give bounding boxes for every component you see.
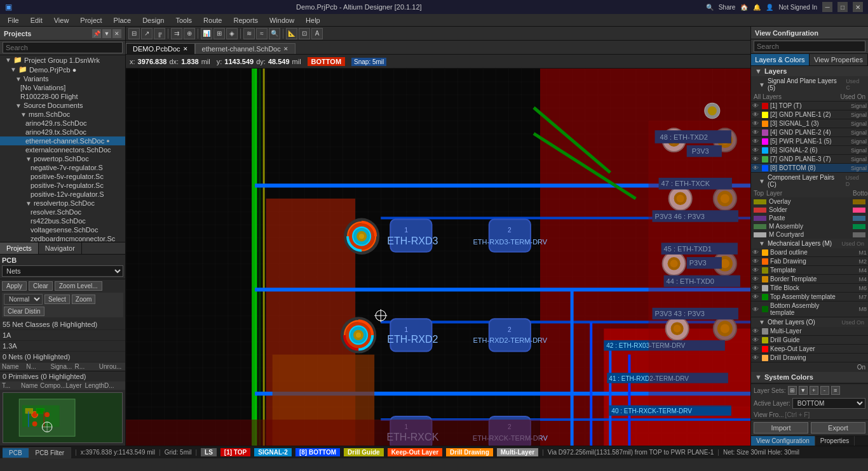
eye-icon[interactable]: 👁	[752, 354, 760, 361]
import-button[interactable]: Import	[754, 422, 808, 434]
eye-icon[interactable]: 👁	[752, 164, 760, 171]
layer-set-btn-3[interactable]: +	[810, 386, 818, 395]
layer-bottom[interactable]: 👁 [8] BOTTOM (8) Signal	[751, 164, 868, 173]
tree-item-arino429-tx[interactable]: arino429.tx.SchDoc	[0, 128, 125, 136]
eye-icon[interactable]: 👁	[752, 111, 760, 118]
menu-window[interactable]: Window	[264, 15, 299, 25]
other-layers-toggle[interactable]: ▼ Other Layers (O) Used On	[751, 317, 868, 327]
tab-navigator[interactable]: Navigator	[39, 242, 82, 254]
minimize-button[interactable]: ─	[822, 2, 832, 12]
comp-layer-pairs-toggle[interactable]: ▼ Component Layer Pairs (C) Used D	[751, 173, 868, 189]
tree-item-pos12v[interactable]: positive-12v-regulator.S	[0, 190, 125, 199]
layer-set-btn-1[interactable]: ⊞	[788, 386, 797, 395]
mode-select[interactable]: Normal	[4, 294, 43, 305]
layer-set-btn-4[interactable]: -	[820, 386, 829, 395]
menu-tools[interactable]: Tools	[170, 15, 197, 25]
diff-pair-icon[interactable]: ⇉	[171, 28, 182, 39]
menu-project[interactable]: Project	[75, 15, 107, 25]
eye-icon[interactable]: 👁	[752, 284, 760, 291]
panel-pin-button[interactable]: 📌	[92, 29, 101, 38]
tree-item-extconn[interactable]: externalconnectors.SchDoc	[0, 145, 125, 154]
layer-pair-assembly[interactable]: M Assembly	[751, 222, 868, 230]
tree-item-rs422[interactable]: rs422bus.SchDoc	[0, 216, 125, 225]
menu-file[interactable]: File	[3, 15, 24, 25]
active-layer-select[interactable]: BOTTOM TOP	[792, 398, 865, 409]
layer-gnd-plane-3[interactable]: 👁 [7] GND PLANE-3 (7) Signal	[751, 155, 868, 164]
route-icon[interactable]: ╔	[154, 28, 165, 39]
tree-item-no-variations[interactable]: [No Variations]	[0, 83, 125, 92]
tree-item-zedboard[interactable]: zedboardmcmconnector.Sc	[0, 234, 125, 242]
bp-tab-filter[interactable]: PCB Filter	[29, 448, 72, 458]
layer-top-assembly[interactable]: 👁 Top Assembly template M7	[751, 293, 868, 302]
layer-signal-2[interactable]: 👁 [6] SIGNAL-2 (6) Signal	[751, 146, 868, 155]
maximize-button[interactable]: □	[837, 2, 848, 12]
net-inspect-icon[interactable]: 🔍	[269, 28, 280, 39]
layer-set-btn-5[interactable]: ≡	[831, 386, 840, 395]
eye-icon[interactable]: 👁	[752, 102, 760, 109]
menu-help[interactable]: Help	[301, 15, 325, 25]
clear-button[interactable]: Clear	[29, 281, 53, 291]
eye-icon[interactable]: 👁	[752, 328, 760, 335]
tree-item-msm[interactable]: ▼ msm.SchDoc	[0, 110, 125, 119]
apply-button[interactable]: Apply	[2, 281, 27, 291]
layer-pair-courtyard[interactable]: M Courtyard	[751, 230, 868, 239]
tree-item-voltagesense[interactable]: voltagesense.SchDoc	[0, 225, 125, 234]
clear-distin-button[interactable]: Clear Distin	[4, 307, 44, 316]
eye-icon[interactable]: 👁	[752, 120, 760, 127]
tab-view-properties[interactable]: View Properties	[810, 54, 868, 65]
rbt-view-config[interactable]: View Configuration	[751, 436, 815, 446]
eye-icon[interactable]: 👁	[752, 306, 760, 313]
eye-icon[interactable]: 👁	[752, 147, 760, 154]
eye-icon[interactable]: 👁	[752, 275, 760, 282]
eye-icon[interactable]: 👁	[752, 156, 760, 163]
tree-item-r100228[interactable]: R100228-00 Flight	[0, 92, 125, 101]
layer-border-template[interactable]: 👁 Border Template M4	[751, 275, 868, 284]
tree-item-source-docs[interactable]: ▼ Source Documents	[0, 101, 125, 110]
menu-reports[interactable]: Reports	[228, 15, 263, 25]
eye-icon[interactable]: 👁	[752, 267, 760, 274]
close-button[interactable]: ✕	[853, 2, 863, 12]
tab-projects[interactable]: Projects	[0, 242, 39, 254]
tree-item-resolver[interactable]: resolver.SchDoc	[0, 208, 125, 216]
tree-item-pos7v[interactable]: positive-7v-regulator.Sc	[0, 181, 125, 190]
route2-icon[interactable]: ⊞	[214, 28, 225, 39]
eye-icon[interactable]: 👁	[752, 293, 760, 300]
menu-view[interactable]: View	[49, 15, 74, 25]
layer-gnd-plane-2[interactable]: 👁 [4] GND PLANE-2 (4) Signal	[751, 128, 868, 137]
bar-chart-icon[interactable]: 📊	[201, 28, 212, 39]
tree-item-neg7v[interactable]: negative-7v-regulator.S	[0, 163, 125, 172]
panel-close-button[interactable]: ✕	[112, 29, 121, 38]
layer-drill-drawing[interactable]: 👁 Drill Drawing	[751, 354, 868, 362]
layer-fab-drawing[interactable]: 👁 Fab Drawing M2	[751, 257, 868, 266]
layer-board-outline[interactable]: 👁 Board outline M1	[751, 248, 868, 257]
layer-pair-overlay[interactable]: Overlay	[751, 197, 868, 206]
diff-tune-icon[interactable]: ≈	[256, 28, 268, 39]
tree-item-ethernet[interactable]: ethernet-channel.SchDoc ●	[0, 136, 125, 145]
mechanical-toggle[interactable]: ▼ Mechanical Layers (M) Used On	[751, 239, 868, 248]
menu-route[interactable]: Route	[198, 15, 227, 25]
layer-drill-guide[interactable]: 👁 Drill Guide	[751, 336, 868, 345]
eye-icon[interactable]: 👁	[752, 336, 760, 343]
layer-title-block[interactable]: 👁 Title Block M6	[751, 284, 868, 293]
tab-close[interactable]: ✕	[183, 46, 188, 52]
layer-template[interactable]: 👁 Template M4	[751, 266, 868, 275]
layer-keepout[interactable]: 👁 Keep-Out Layer	[751, 345, 868, 354]
system-colors-toggle[interactable]: ▼ System Colors	[751, 372, 868, 382]
text-icon[interactable]: A	[311, 28, 323, 39]
tree-item-powertop[interactable]: ▼ powertop.SchDoc	[0, 154, 125, 163]
eye-icon[interactable]: 👁	[752, 258, 760, 265]
layer-signal-1[interactable]: 👁 [3] SIGNAL_1 (3) Signal	[751, 119, 868, 128]
tab-layers-colors[interactable]: Layers & Colors	[751, 54, 810, 65]
tree-item-project-group[interactable]: ▼ 📁 Project Group 1.DsnWrk	[0, 55, 125, 65]
rbt-properties[interactable]: Properties	[815, 436, 855, 446]
signal-planes-toggle[interactable]: ▼ Signal And Plane Layers (5) Used C	[751, 76, 868, 93]
tab-demo-pcb[interactable]: DEMO.PcbDoc ✕	[126, 43, 195, 54]
projects-search-input[interactable]	[3, 42, 123, 53]
measure-icon[interactable]: 📐	[286, 28, 297, 39]
tree-item-arino429-rs[interactable]: arino429.rs.SchDoc	[0, 119, 125, 128]
layer-top[interactable]: 👁 [1] TOP (T) Signal	[751, 102, 868, 110]
menu-design[interactable]: Design	[137, 15, 169, 25]
tree-item-variants[interactable]: ▼ Variants	[0, 74, 125, 83]
tab-close2[interactable]: ✕	[283, 46, 288, 52]
menu-place[interactable]: Place	[109, 15, 137, 25]
